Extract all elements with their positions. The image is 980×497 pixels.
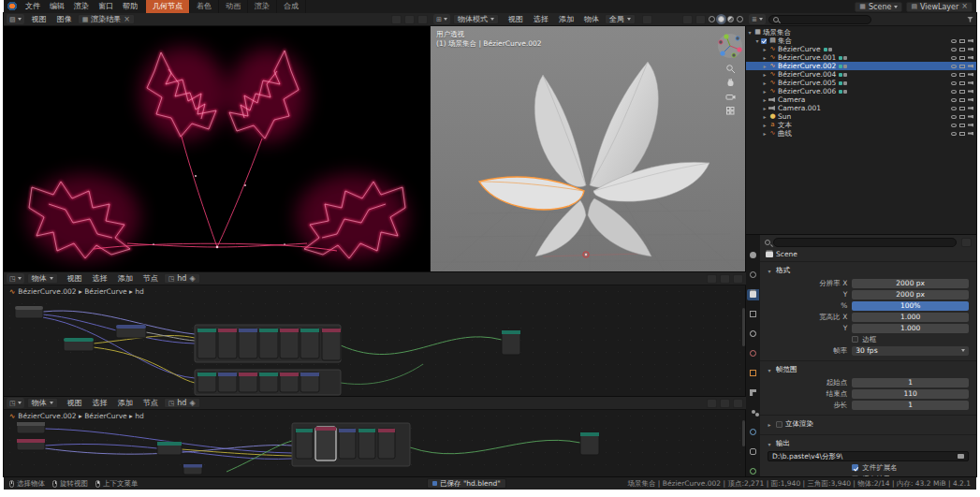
outliner-row-camera-001[interactable]: ▸ Camera.001	[746, 104, 976, 112]
snap-icon[interactable]	[720, 274, 730, 284]
snap-magnet-icon[interactable]	[642, 15, 652, 24]
outliner-row-curve[interactable]: ▸ ∿ 曲线	[746, 129, 976, 138]
expand-arrow[interactable]: ▸	[761, 46, 768, 52]
render-disable-icon[interactable]	[968, 107, 973, 110]
aspect-y-field[interactable]: 1.000	[852, 324, 969, 333]
filter-icon[interactable]	[967, 17, 973, 22]
shading-rendered-icon[interactable]	[737, 16, 743, 22]
menu-select[interactable]: 选择	[88, 272, 112, 285]
menu-add[interactable]: 添加	[113, 272, 138, 285]
ortho-grid-icon[interactable]	[725, 106, 736, 116]
hide-eye-icon[interactable]	[951, 81, 957, 85]
workspace-tab-compositing[interactable]: 合成	[277, 0, 306, 13]
props-tab-object-icon[interactable]	[747, 368, 759, 379]
render-disable-icon[interactable]	[968, 81, 973, 85]
snap-icon[interactable]	[720, 399, 730, 408]
props-tab-particles-icon[interactable]	[747, 406, 759, 417]
viewport-disable-icon[interactable]	[959, 115, 965, 119]
props-tab-tool-icon[interactable]	[747, 250, 759, 261]
viewport-disable-icon[interactable]	[959, 132, 965, 136]
expand-arrow[interactable]: ▸	[761, 71, 768, 78]
expand-arrow[interactable]: ▸	[761, 63, 768, 69]
section-frame-range-header[interactable]: ▾ 帧范围	[760, 363, 976, 376]
file-extension-checkbox[interactable]	[852, 464, 858, 471]
collection-checkbox[interactable]	[761, 38, 767, 44]
camera-view-icon[interactable]	[725, 92, 736, 102]
render-disable-icon[interactable]	[968, 39, 973, 43]
hide-eye-icon[interactable]	[951, 56, 957, 60]
section-stereoscopy-header[interactable]: ▸ 立体渲染	[760, 417, 976, 431]
zoom-icon[interactable]	[725, 64, 736, 74]
props-tab-modifiers-icon[interactable]	[747, 387, 759, 398]
overlays-icon[interactable]	[733, 399, 743, 408]
menu-edit[interactable]: 编辑	[45, 0, 69, 13]
render-disable-icon[interactable]	[968, 124, 973, 127]
expand-arrow[interactable]: ▸	[761, 80, 768, 86]
fake-user-shield-icon[interactable]: ◈	[189, 275, 195, 283]
menu-help[interactable]: 帮助	[118, 0, 142, 13]
hide-eye-icon[interactable]	[951, 90, 957, 94]
menu-object[interactable]: 物体	[579, 13, 604, 26]
node-mode-selector[interactable]: 物体	[27, 398, 58, 408]
section-format-header[interactable]: ▾ 格式	[760, 264, 976, 277]
render-disable-icon[interactable]	[968, 98, 973, 102]
viewport-canvas[interactable]: 用户透视 (1) 场景集合 | BézierCurve.002	[431, 26, 746, 272]
outliner-row-bezier-curve-004[interactable]: ▸ ∿ BézierCurve.004	[746, 70, 976, 79]
overlays-icon[interactable]	[733, 274, 743, 284]
unlink-icon[interactable]: ×	[124, 16, 130, 23]
render-disable-icon[interactable]	[968, 65, 973, 68]
transform-orientation[interactable]: 全局	[605, 14, 636, 24]
resolution-y-field[interactable]: 2000 px	[852, 290, 969, 300]
resolution-percent-slider[interactable]: 100%	[852, 301, 969, 311]
menu-view[interactable]: 视图	[63, 272, 87, 285]
props-tab-world-icon[interactable]	[747, 348, 759, 359]
menu-add[interactable]: 添加	[554, 13, 578, 26]
pin-icon[interactable]	[707, 399, 717, 408]
options-icon[interactable]	[417, 15, 428, 24]
outliner-row-bezier-curve-006[interactable]: ▸ ∿ BézierCurve.006	[746, 87, 976, 95]
hide-eye-icon[interactable]	[951, 48, 957, 51]
render-preview-canvas[interactable]	[4, 26, 431, 272]
hide-eye-icon[interactable]	[951, 39, 957, 43]
scene-selector[interactable]: ▦ Scene	[855, 2, 902, 12]
output-path-field[interactable]: D:\b.paste\v4\分形9\	[768, 451, 969, 461]
viewport-disable-icon[interactable]	[959, 90, 965, 94]
props-tab-constraints-icon[interactable]	[747, 446, 759, 457]
hide-eye-icon[interactable]	[951, 132, 957, 136]
expand-arrow[interactable]: ▸	[761, 130, 768, 137]
menu-image[interactable]: 图像	[52, 13, 77, 26]
menu-view[interactable]: 视图	[63, 397, 87, 410]
overlays-icon[interactable]	[682, 15, 693, 24]
shading-material-icon[interactable]	[727, 16, 734, 22]
saved-notification[interactable]: 已保存 "hd.blend"	[427, 478, 506, 489]
scrollbar[interactable]	[742, 420, 745, 446]
render-disable-icon[interactable]	[968, 48, 973, 51]
aspect-x-field[interactable]: 1.000	[852, 313, 969, 322]
hide-eye-icon[interactable]	[951, 107, 957, 110]
resolution-x-field[interactable]: 2000 px	[852, 279, 969, 288]
viewport-disable-icon[interactable]	[959, 107, 965, 110]
viewport-disable-icon[interactable]	[959, 81, 965, 85]
expand-arrow[interactable]: ▸	[761, 96, 768, 103]
props-tab-scene-icon[interactable]	[747, 329, 759, 340]
viewport-disable-icon[interactable]	[959, 98, 965, 102]
editor-type-3d-icon[interactable]: ⊞	[433, 14, 450, 24]
frame-end-field[interactable]: 110	[852, 389, 969, 399]
selected-node[interactable]	[315, 427, 336, 460]
outliner-row-bezier-curve[interactable]: ▸ ∿ BézierCurve	[746, 45, 976, 53]
expand-arrow[interactable]: ▸	[761, 122, 768, 128]
render-disable-icon[interactable]	[968, 56, 973, 60]
viewport-disable-icon[interactable]	[959, 56, 965, 60]
outliner-search-input[interactable]	[768, 15, 871, 24]
props-tab-view-layer-icon[interactable]	[747, 309, 759, 320]
node-tree-datablock[interactable]: ◳ hd ◈	[164, 273, 200, 284]
scrollbar[interactable]	[742, 308, 745, 347]
navigation-gizmo[interactable]	[716, 32, 744, 60]
menu-select[interactable]: 选择	[529, 13, 553, 26]
expand-arrow[interactable]: ▸	[761, 54, 768, 61]
menu-view[interactable]: 视图	[27, 13, 51, 26]
menu-add[interactable]: 添加	[113, 397, 138, 410]
hide-eye-icon[interactable]	[951, 98, 957, 102]
viewport-disable-icon[interactable]	[959, 48, 965, 51]
expand-arrow[interactable]: ▸	[761, 113, 768, 120]
